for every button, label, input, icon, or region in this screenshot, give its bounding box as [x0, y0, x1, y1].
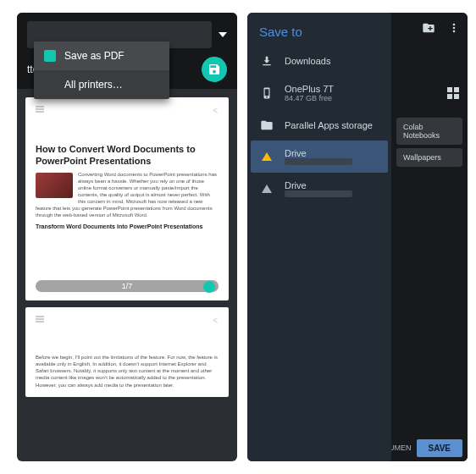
print-dialog-screen: tter Save as PDF All printers… < How to … — [17, 13, 237, 461]
folder-chip-colab[interactable]: Colab Notebooks — [396, 118, 462, 145]
drawer-label: Drive — [285, 180, 379, 197]
device-name: OnePlus 7T — [285, 84, 379, 94]
save-to-title: Save to — [247, 18, 391, 46]
chevron-down-icon[interactable] — [219, 32, 227, 37]
device-free: 84.47 GB free — [285, 94, 379, 102]
save-to-screen: Colab Notebooks Wallpapers Save to Downl… — [247, 13, 468, 461]
save-icon — [208, 63, 221, 76]
more-icon[interactable] — [447, 21, 461, 35]
menu-all-printers[interactable]: All printers… — [34, 70, 169, 99]
drive-label: Drive — [285, 148, 379, 158]
save-fab[interactable] — [202, 57, 227, 82]
check-icon — [203, 281, 215, 293]
drawer-label: Drive — [285, 148, 379, 165]
save-drawer: Save to Downloads OnePlus 7T 84.47 GB fr… — [247, 13, 391, 461]
page-preview-2[interactable]: < Before we begin, I'll point out the li… — [25, 307, 229, 396]
menu-item-label: All printers… — [64, 79, 123, 91]
printer-menu: Save as PDF All printers… — [34, 41, 169, 99]
page-indicator: 1/7 — [36, 280, 219, 292]
grid-view-icon[interactable] — [447, 87, 459, 99]
back-icon: < — [213, 316, 219, 325]
menu-icon — [36, 318, 44, 320]
article-thumbnail — [36, 173, 73, 198]
back-icon: < — [213, 106, 219, 115]
page-preview-area[interactable]: < How to Convert Word Documents to Power… — [17, 89, 237, 412]
download-icon — [259, 53, 274, 69]
save-button[interactable]: SAVE — [417, 439, 463, 457]
new-folder-icon[interactable] — [422, 21, 435, 35]
folder-chip-wallpapers[interactable]: Wallpapers — [396, 148, 462, 167]
pdf-icon — [44, 50, 56, 62]
account-obscured — [285, 158, 352, 165]
account-obscured — [285, 190, 352, 197]
drive-icon — [259, 149, 274, 164]
drawer-label: Downloads — [285, 56, 379, 66]
drawer-drive-selected[interactable]: Drive — [251, 141, 388, 173]
menu-icon — [36, 108, 44, 110]
article-subhead: Transform Word Documents into PowerPoint… — [36, 223, 219, 229]
article-title: How to Convert Word Documents to PowerPo… — [36, 144, 219, 168]
files-background — [391, 13, 468, 461]
drawer-downloads[interactable]: Downloads — [247, 46, 391, 76]
drive-label: Drive — [285, 180, 379, 190]
card-header: < — [36, 316, 219, 325]
files-topbar — [391, 13, 468, 43]
drawer-label: Parallel Apps storage — [285, 120, 379, 130]
menu-save-as-pdf[interactable]: Save as PDF — [34, 41, 169, 70]
article-body: Before we begin, I'll point out the limi… — [36, 354, 219, 388]
page-indicator-label: 1/7 — [122, 282, 133, 290]
drawer-drive-2[interactable]: Drive — [247, 173, 391, 205]
phone-icon — [259, 85, 274, 101]
page-preview-1[interactable]: < How to Convert Word Documents to Power… — [25, 97, 229, 300]
drive-icon — [259, 181, 274, 196]
menu-item-label: Save as PDF — [64, 50, 125, 62]
drawer-device[interactable]: OnePlus 7T 84.47 GB free — [247, 76, 391, 110]
drawer-parallel[interactable]: Parallel Apps storage — [247, 110, 391, 141]
folder-icon — [259, 118, 274, 133]
card-header: < — [36, 106, 219, 115]
drawer-label: OnePlus 7T 84.47 GB free — [285, 84, 379, 102]
